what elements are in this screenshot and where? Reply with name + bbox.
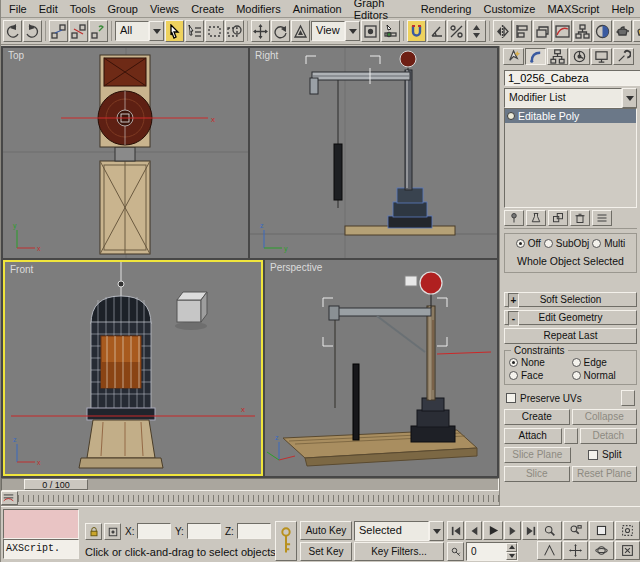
next-frame-icon[interactable]: [504, 521, 521, 540]
menu-item-animation[interactable]: Animation: [287, 1, 348, 17]
auto-key-button[interactable]: Auto Key: [300, 521, 352, 540]
show-end-result-icon[interactable]: [526, 210, 546, 226]
unlink-selection-icon[interactable]: [69, 20, 88, 42]
slice-plane-button[interactable]: Slice Plane: [504, 447, 571, 463]
snap-toggle-3d-icon[interactable]: [407, 20, 426, 42]
preserve-uvs-settings-button[interactable]: [621, 390, 635, 406]
viewport-front-label[interactable]: Front: [10, 264, 33, 275]
expand-icon[interactable]: +: [508, 293, 519, 308]
zoom-icon[interactable]: [537, 521, 562, 540]
viewport-perspective[interactable]: Perspective: [265, 260, 497, 476]
radio-subobj[interactable]: [544, 239, 553, 248]
select-by-name-icon[interactable]: [185, 20, 204, 42]
window-crossing-selection-icon[interactable]: [225, 20, 244, 42]
modifier-list-dropdown[interactable]: Modifier List: [504, 88, 637, 106]
chevron-down-icon[interactable]: [345, 21, 360, 41]
undo-icon[interactable]: [3, 20, 22, 42]
percent-snap-icon[interactable]: [447, 20, 466, 42]
split-checkbox[interactable]: [588, 450, 598, 460]
menu-item-file[interactable]: File: [3, 1, 33, 17]
zoom-extents-icon[interactable]: [589, 521, 614, 540]
configure-modifier-sets-icon[interactable]: [592, 210, 612, 226]
rectangular-selection-region-icon[interactable]: [205, 20, 224, 42]
select-and-rotate-icon[interactable]: [271, 20, 290, 42]
menu-item-group[interactable]: Group: [101, 1, 144, 17]
menu-item-rendering[interactable]: Rendering: [415, 1, 478, 17]
select-and-manipulate-icon[interactable]: [381, 20, 400, 42]
pan-icon[interactable]: [563, 541, 588, 560]
curve-editor-icon[interactable]: [553, 20, 572, 42]
time-slider[interactable]: 0 / 100: [1, 478, 499, 491]
slice-button[interactable]: Slice: [504, 466, 570, 482]
radio-multi[interactable]: [592, 239, 601, 248]
menu-item-maxscript[interactable]: MAXScript: [541, 1, 605, 17]
tab-modify-icon[interactable]: [525, 48, 546, 65]
viewport-front[interactable]: Front: [3, 260, 263, 476]
absolute-offset-mode-icon[interactable]: [104, 523, 121, 540]
tab-hierarchy-icon[interactable]: [547, 48, 568, 65]
viewport-top[interactable]: Top x: [3, 48, 248, 258]
radio-constraint-edge[interactable]: [572, 358, 581, 367]
create-button[interactable]: Create: [504, 409, 570, 425]
chevron-down-icon[interactable]: [622, 88, 637, 108]
render-setup-icon[interactable]: [613, 20, 632, 42]
previous-frame-icon[interactable]: [465, 521, 482, 540]
quick-render-icon[interactable]: [633, 20, 640, 42]
select-and-scale-icon[interactable]: [291, 20, 310, 42]
menu-item-modifiers[interactable]: Modifiers: [230, 1, 287, 17]
pin-stack-icon[interactable]: [504, 210, 524, 226]
viewport-perspective-label[interactable]: Perspective: [270, 262, 322, 273]
key-filter-mode-dropdown[interactable]: Selected: [354, 521, 444, 541]
object-name-field[interactable]: [504, 70, 640, 86]
remove-modifier-icon[interactable]: [570, 210, 590, 226]
align-icon[interactable]: [513, 20, 532, 42]
frame-spinner[interactable]: [506, 543, 517, 560]
viewport-top-label[interactable]: Top: [8, 50, 24, 61]
play-animation-icon[interactable]: [483, 521, 503, 540]
menu-item-help[interactable]: Help: [605, 1, 640, 17]
current-frame-field[interactable]: 0: [466, 542, 518, 561]
coord-z-field[interactable]: [237, 523, 271, 539]
chevron-down-icon[interactable]: [429, 521, 444, 541]
collapse-button[interactable]: Collapse: [572, 409, 638, 425]
viewport-right[interactable]: Right: [250, 48, 497, 258]
menu-item-customize[interactable]: Customize: [477, 1, 541, 17]
maximize-viewport-toggle-icon[interactable]: [615, 541, 640, 560]
schematic-view-icon[interactable]: [573, 20, 592, 42]
set-key-button[interactable]: Set Key: [300, 542, 352, 561]
chevron-down-icon[interactable]: [149, 21, 164, 41]
repeat-last-button[interactable]: Repeat Last: [504, 328, 637, 344]
attach-list-button[interactable]: [564, 428, 578, 444]
preserve-uvs-checkbox[interactable]: [506, 393, 516, 403]
angle-snap-icon[interactable]: [427, 20, 446, 42]
selection-lock-icon[interactable]: [85, 523, 102, 540]
coord-y-field[interactable]: [187, 523, 221, 539]
coord-x-field[interactable]: [137, 523, 171, 539]
open-mini-curve-editor-icon[interactable]: [1, 491, 18, 505]
menu-item-edit[interactable]: Edit: [33, 1, 64, 17]
zoom-region-icon[interactable]: [615, 521, 640, 540]
set-keys-key-icon[interactable]: [275, 521, 297, 561]
viewport-right-label[interactable]: Right: [255, 50, 278, 61]
go-to-start-icon[interactable]: [447, 521, 464, 540]
use-pivot-point-center-icon[interactable]: [361, 20, 380, 42]
tab-create-icon[interactable]: [503, 48, 524, 65]
layer-manager-icon[interactable]: [533, 20, 552, 42]
radio-constraint-normal[interactable]: [572, 371, 581, 380]
tab-display-icon[interactable]: [591, 48, 612, 65]
rollout-soft-selection[interactable]: + Soft Selection: [504, 292, 637, 307]
radio-off[interactable]: [516, 239, 525, 248]
radio-constraint-face[interactable]: [509, 371, 518, 380]
menu-item-create[interactable]: Create: [185, 1, 230, 17]
tab-utilities-icon[interactable]: [613, 48, 634, 65]
reference-coordinate-dropdown[interactable]: View: [311, 21, 360, 41]
bind-to-space-warp-icon[interactable]: [89, 20, 108, 42]
select-and-move-icon[interactable]: [251, 20, 270, 42]
track-bar[interactable]: [1, 491, 499, 506]
visibility-bulb-icon[interactable]: [507, 112, 515, 120]
redo-icon[interactable]: [23, 20, 42, 42]
time-slider-thumb[interactable]: 0 / 100: [24, 479, 88, 490]
modifier-stack-item-editable-poly[interactable]: Editable Poly: [505, 109, 636, 123]
tab-motion-icon[interactable]: [569, 48, 590, 65]
key-mode-toggle-icon[interactable]: [447, 542, 464, 561]
